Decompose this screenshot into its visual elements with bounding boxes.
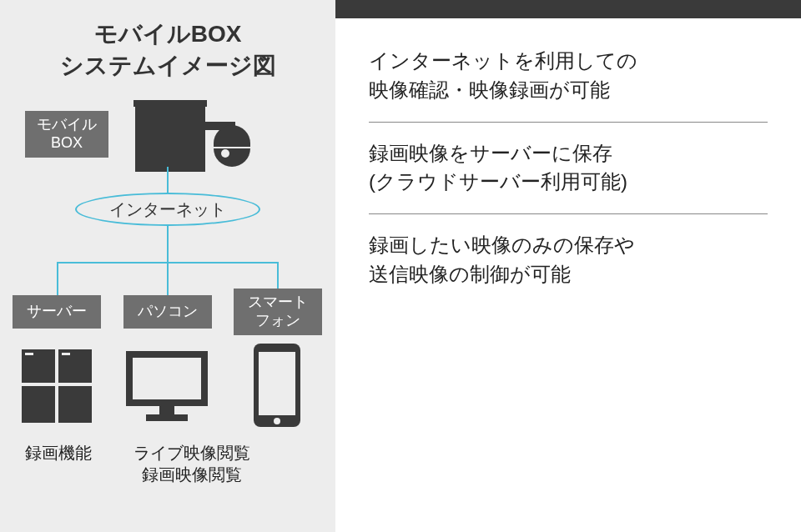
caption-pc-l1: ライブ映像閲覧: [134, 444, 250, 462]
caption-pc: ライブ映像閲覧 録画映像閲覧: [108, 442, 275, 485]
feature-3-l1: 録画したい映像のみの保存や: [369, 233, 635, 256]
server-icon: [7, 340, 107, 432]
feature-divider: [369, 213, 768, 214]
feature-3: 録画したい映像のみの保存や 送信映像の制御が可能: [369, 231, 768, 289]
caption-pc-l2: 録画映像閲覧: [142, 465, 242, 484]
svg-rect-12: [133, 358, 201, 399]
feature-2-l1: 録画映像をサーバーに保存: [369, 142, 612, 164]
connector-line: [167, 167, 169, 195]
svg-rect-9: [25, 353, 33, 355]
connector-line: [57, 262, 58, 295]
svg-rect-10: [62, 353, 70, 355]
label-server: サーバー: [13, 295, 101, 329]
feature-1-l1: インターネットを利用しての: [369, 49, 637, 72]
caption-server-text: 録画機能: [25, 444, 92, 462]
label-pc-text: パソコン: [138, 303, 198, 321]
pc-monitor-icon: [117, 340, 217, 432]
label-mobilebox-l2: BOX: [51, 134, 83, 151]
label-mobilebox-l1: モバイル: [37, 116, 97, 133]
svg-point-17: [274, 418, 280, 424]
label-phone-l1: スマート: [248, 294, 308, 310]
feature-divider: [369, 122, 768, 123]
label-pc: パソコン: [123, 295, 212, 329]
svg-rect-13: [159, 406, 174, 414]
label-phone-l2: フォン: [255, 312, 300, 329]
internet-label: インターネット: [109, 198, 226, 221]
feature-3-l2: 送信映像の制御が可能: [369, 263, 571, 285]
feature-2: 録画映像をサーバーに保存 (クラウドサーバー利用可能): [369, 139, 768, 198]
svg-rect-8: [58, 386, 92, 423]
feature-2-l2: (クラウドサーバー利用可能): [369, 170, 627, 193]
title-line2: システムイメージ図: [60, 53, 276, 78]
svg-rect-0: [134, 100, 207, 107]
connector-line: [167, 225, 169, 263]
title-line1: モバイルBOX: [94, 21, 242, 47]
svg-rect-14: [146, 414, 188, 421]
label-smartphone: スマート フォン: [234, 289, 322, 335]
caption-server: 録画機能: [0, 442, 117, 464]
diagram-title: モバイルBOX システムイメージ図: [0, 0, 335, 82]
connector-line: [167, 262, 169, 295]
svg-point-4: [221, 149, 229, 158]
label-server-text: サーバー: [27, 303, 87, 321]
diagram-panel: モバイルBOX システムイメージ図 モバイル BOX インターネット: [0, 0, 335, 532]
features-panel: インターネットを利用しての 映像確認・映像録画が可能 録画映像をサーバーに保存 …: [335, 0, 801, 532]
svg-rect-1: [135, 107, 205, 172]
mobilebox-device-icon: [125, 93, 259, 185]
header-band: [335, 0, 801, 18]
feature-1-l2: 映像確認・映像録画が可能: [369, 78, 610, 101]
smartphone-icon: [227, 340, 327, 432]
svg-rect-7: [22, 386, 55, 423]
internet-node: インターネット: [75, 193, 260, 226]
label-mobilebox: モバイル BOX: [25, 111, 108, 158]
svg-rect-16: [259, 352, 295, 415]
feature-1: インターネットを利用しての 映像確認・映像録画が可能: [369, 47, 768, 105]
